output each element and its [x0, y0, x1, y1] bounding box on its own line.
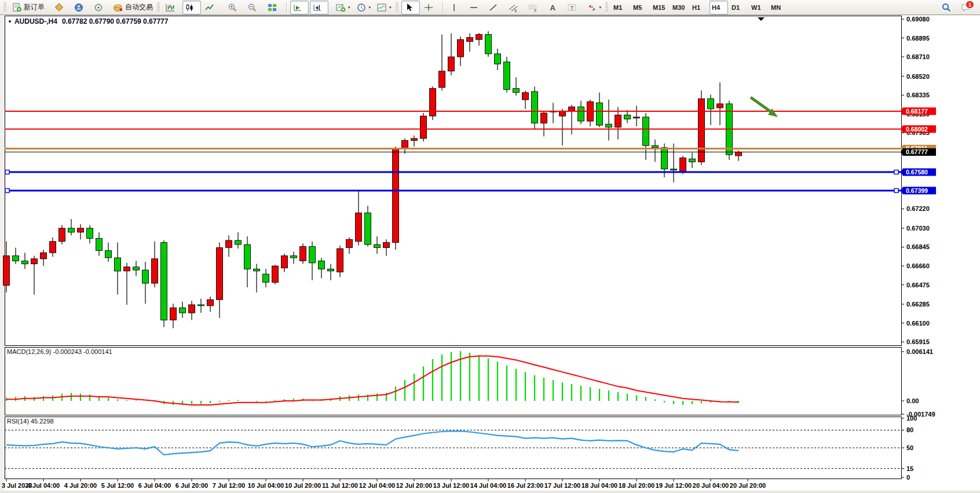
chart-bars-icon: [165, 3, 175, 12]
channel-icon: E: [508, 3, 518, 12]
svg-text:12 Jul 04:00: 12 Jul 04:00: [359, 482, 395, 489]
toolbar-separator: [443, 2, 444, 13]
timeframe-h4-button[interactable]: H4: [710, 1, 728, 14]
timeframe-m1-button[interactable]: M1: [611, 1, 630, 14]
chevron-down-icon[interactable]: ▼: [8, 19, 12, 24]
rsi-indicator-label: RSI(14) 45.2298: [7, 418, 54, 425]
svg-text:100: 100: [906, 415, 917, 422]
periodicity-button[interactable]: ▾: [354, 1, 374, 14]
terminal-button[interactable]: [71, 1, 90, 14]
search-button[interactable]: [939, 1, 957, 14]
notifications-button[interactable]: 1: [959, 1, 977, 14]
new-order-button[interactable]: 新订单: [9, 1, 47, 14]
cursor-button[interactable]: [401, 1, 420, 14]
templates-button[interactable]: ▾: [374, 1, 394, 14]
zoom-in-button[interactable]: [225, 1, 244, 14]
shift-icon: [312, 3, 323, 12]
autoscroll-button[interactable]: [290, 1, 309, 14]
shapes-button[interactable]: ▾: [584, 1, 604, 14]
timeframe-w1-button[interactable]: W1: [749, 1, 767, 14]
svg-text:0.66660: 0.66660: [906, 262, 930, 269]
svg-text:A: A: [550, 3, 555, 12]
svg-text:10 Jul 04:00: 10 Jul 04:00: [248, 482, 284, 489]
svg-text:0.68002: 0.68002: [906, 126, 928, 133]
horizontal-line-button[interactable]: [466, 1, 485, 14]
timeframe-mn-button[interactable]: MN: [769, 1, 787, 14]
svg-text:5 Jul 12:00: 5 Jul 12:00: [101, 482, 134, 489]
svg-text:0.68895: 0.68895: [906, 35, 930, 42]
hline-icon: [469, 3, 479, 12]
svg-text:20 Jul 04:00: 20 Jul 04:00: [693, 482, 729, 489]
svg-text:0.69080: 0.69080: [906, 16, 930, 23]
svg-text:6 Jul 20:00: 6 Jul 20:00: [175, 482, 208, 489]
notification-badge: 1: [966, 1, 974, 9]
svg-text:13 Jul 12:00: 13 Jul 12:00: [433, 482, 469, 489]
svg-text:0.67580: 0.67580: [906, 169, 928, 176]
svg-text:0.66845: 0.66845: [906, 243, 930, 250]
chart-candles-icon: [185, 3, 195, 12]
crosshair-icon: [423, 3, 434, 12]
timeframe-d1-button[interactable]: D1: [729, 1, 748, 14]
timeframe-m15-button[interactable]: M15: [650, 1, 669, 14]
crosshair-button[interactable]: [421, 1, 440, 14]
channel-button[interactable]: E: [506, 1, 524, 14]
new-order-icon: [12, 3, 22, 12]
toolbar: 新订单自动交易▾▾▾EFAT▾M1M5M15M30H1H4D1W1MN1: [0, 0, 980, 15]
chart-window-title: ▼AUDUSD-,H40.67782 0.67790 0.67759 0.677…: [8, 17, 168, 25]
toolbar-grip: [605, 2, 608, 13]
metaeditor-button[interactable]: [52, 1, 70, 14]
symbol-period-label: AUDUSD-,H4: [14, 17, 57, 25]
svg-text:10 Jul 20:00: 10 Jul 20:00: [285, 482, 321, 489]
svg-text:20 Jul 20:00: 20 Jul 20:00: [730, 482, 766, 489]
svg-text:6 Jul 04:00: 6 Jul 04:00: [138, 482, 171, 489]
zoom-in-icon: [228, 3, 238, 12]
toolbar-grip: [396, 2, 398, 13]
svg-text:18 Jul 04:00: 18 Jul 04:00: [582, 482, 617, 489]
zoom-out-button[interactable]: [245, 1, 264, 14]
svg-text:E: E: [514, 8, 517, 12]
fibonacci-button[interactable]: F: [525, 1, 544, 14]
svg-text:17 Jul 12:00: 17 Jul 12:00: [544, 482, 580, 489]
timeframe-h1-button[interactable]: H1: [690, 1, 708, 14]
autoscroll-icon: [292, 3, 303, 12]
timeframe-m30-button[interactable]: M30: [670, 1, 689, 14]
svg-text:14 Jul 04:00: 14 Jul 04:00: [470, 482, 506, 489]
cursor-icon: [404, 3, 414, 12]
svg-text:11 Jul 12:00: 11 Jul 12:00: [322, 482, 358, 489]
vertical-line-button[interactable]: [447, 1, 465, 14]
svg-text:0.006141: 0.006141: [906, 348, 933, 355]
tile-icon: [267, 3, 277, 12]
zoom-out-icon: [247, 3, 258, 12]
trendline-icon: [488, 3, 499, 12]
svg-text:4 Jul 04:00: 4 Jul 04:00: [27, 482, 60, 489]
svg-text:T: T: [571, 5, 574, 10]
signals-button[interactable]: [91, 1, 109, 14]
trendline-button[interactable]: [486, 1, 504, 14]
toolbar-grip: [157, 2, 160, 13]
tile-windows-button[interactable]: [265, 1, 283, 14]
svg-text:16 Jul 23:00: 16 Jul 23:00: [507, 482, 543, 489]
line-chart-button[interactable]: [202, 1, 221, 14]
svg-text:0.68177: 0.68177: [906, 108, 928, 115]
svg-text:80: 80: [906, 426, 913, 433]
svg-text:0.00: 0.00: [906, 397, 919, 404]
label-button[interactable]: T: [565, 1, 583, 14]
toolbar-grip: [3, 2, 6, 13]
svg-text:0.68335: 0.68335: [906, 92, 930, 98]
search-icon: [941, 3, 952, 12]
text-button[interactable]: A: [545, 1, 564, 14]
chart-shift-button[interactable]: [310, 1, 328, 14]
bar-chart-button[interactable]: [163, 1, 181, 14]
svg-text:19 Jul 12:00: 19 Jul 12:00: [656, 482, 692, 489]
timeframe-m5-button[interactable]: M5: [631, 1, 649, 14]
terminal-icon: [74, 3, 84, 12]
svg-text:7 Jul 12:00: 7 Jul 12:00: [213, 482, 245, 489]
template-icon: [376, 3, 387, 12]
new-chart-button[interactable]: ▾: [333, 1, 353, 14]
chart-canvas[interactable]: 0.690800.688950.687100.685200.683350.681…: [0, 0, 980, 493]
svg-text:0: 0: [906, 474, 910, 481]
autotrade-button[interactable]: 自动交易: [111, 1, 155, 14]
candlestick-button[interactable]: [182, 1, 201, 14]
svg-text:0.67777: 0.67777: [906, 148, 928, 155]
vline-icon: [449, 3, 459, 12]
